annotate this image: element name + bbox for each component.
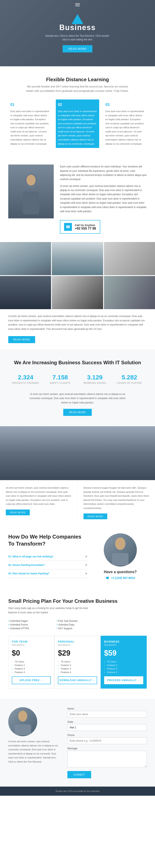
- message-label: Message: [67, 747, 147, 750]
- article-left: Ut enim ad minim veniam, quis nostrud ex…: [0, 480, 78, 525]
- plan1-feature1: 75 Users: [12, 660, 51, 663]
- cta-label: Call Us Anytime: [75, 224, 96, 227]
- articles-section: Ut enim ad minim veniam, quis nostrud ex…: [0, 480, 155, 525]
- help-right: Have a questions? ☎ +1 (234) 567-8910: [94, 533, 147, 580]
- message-textarea[interactable]: [67, 751, 147, 767]
- faq-question-1[interactable]: 01. What is off-page seo link building? …: [8, 555, 88, 558]
- col2-number: 02: [58, 101, 97, 108]
- help-phone: ☎ +1 (234) 567-8910: [104, 576, 137, 580]
- name-group: Name: [67, 707, 147, 718]
- help-left: How Do We Help Companies To Transform? 0…: [8, 533, 88, 580]
- svg-rect-6: [14, 724, 31, 735]
- svg-point-2: [27, 175, 36, 185]
- name-label: Name: [67, 707, 147, 710]
- stat4-number: 5.282: [112, 374, 147, 381]
- gallery-item-5: [52, 276, 103, 309]
- feature-item: 24/7 Support: [56, 627, 99, 630]
- help-title: How Do We Help Companies To Transform?: [8, 533, 88, 548]
- plan1-button[interactable]: Upload Free →: [12, 676, 51, 684]
- plan1-price: $0: [12, 649, 51, 657]
- questions-title: Have a questions?: [104, 570, 137, 574]
- stat1-label: PROJECTS FINISHED: [8, 382, 43, 384]
- pricing-features-row: Unlimited Pages Unlimited Forms Unlimite…: [8, 620, 147, 631]
- plan2-features: 75 Users Feature 2 Feature 3 Feature 4: [58, 660, 97, 674]
- plan2-name: Personal: [58, 640, 97, 643]
- state-group: State Mail 1 Mail 2 Mail 3: [67, 720, 147, 731]
- help-person-photo: [104, 533, 137, 566]
- plan1-feature2: Feature 2: [12, 664, 51, 666]
- stat4-label: COURS OF COFFEE: [112, 382, 147, 384]
- feature-item: Unlimited Data: [56, 623, 99, 626]
- plan3-button[interactable]: Proceed Annually →: [104, 676, 143, 684]
- big-image-section: [0, 426, 155, 480]
- faq2-chevron: ▼: [85, 563, 88, 567]
- stat-coffee: 5.282 COURS OF COFFEE: [112, 372, 147, 386]
- plan1-feature4: Feature 4: [12, 671, 51, 674]
- learning-title: Flexible Distance Learning: [8, 77, 147, 83]
- pricing-card-business: Business PER MONTH $59 75 Users Feature …: [101, 636, 147, 688]
- stat2-number: 7.158: [43, 374, 78, 381]
- pricing-card-personal: Personal PER MONTH $29 75 Users Feature …: [54, 636, 101, 688]
- stat2-label: HAPPY CLIENTS: [43, 382, 78, 384]
- plan3-feature4: Feature 4: [104, 671, 143, 674]
- plan2-feature1: 75 Users: [58, 660, 97, 663]
- have-questions-block: Have a questions? ☎ +1 (234) 567-8910: [104, 570, 137, 580]
- pricing-card-team: For Team PER MONTH $0 75 Users Feature 2…: [8, 636, 54, 688]
- hero-cta-button[interactable]: READ MORE: [63, 45, 92, 53]
- stats-section: We Are Increasing Business Success With …: [0, 349, 155, 426]
- col1-text: Duis aute irure dolor in reprehenderit i…: [10, 110, 50, 146]
- learning-col-1: 01 Duis aute irure dolor in reprehenderi…: [8, 99, 52, 148]
- article-right-text: Aenean euismod augue feugiat nisl laed a…: [83, 486, 149, 510]
- about-para2: Ut enim ad minim veniam, quis nostrud ex…: [60, 184, 147, 214]
- cta-phone-text: Call Us Anytime +92 555 77 88: [75, 224, 96, 230]
- cta-phone-number: +92 555 77 88: [75, 227, 96, 230]
- state-label: State: [67, 720, 147, 723]
- faq-item-1: 01. What is off-page seo link building? …: [8, 552, 88, 561]
- gallery-item-1: [0, 242, 51, 275]
- faq-question-3[interactable]: 03. Plan Ahead for Home Painting? ▼: [8, 572, 88, 575]
- plan3-feature3: Feature 3: [104, 668, 143, 670]
- feature-item: Unlimited Forms: [8, 623, 50, 626]
- about-person-image: [8, 164, 54, 218]
- col3-text: Duis aute irure dolor in reprehenderit i…: [105, 110, 145, 146]
- article-right-read-more[interactable]: READ MORE: [83, 514, 108, 519]
- plan2-feature3: Feature 3: [58, 668, 97, 670]
- faq3-chevron: ▼: [85, 572, 88, 575]
- pricing-section: Small Pricing Plan For Your Creative Bus…: [0, 588, 155, 699]
- article-left-read-more[interactable]: READ MORE: [6, 509, 30, 515]
- pricing-title: Small Pricing Plan For Your Creative Bus…: [8, 598, 147, 604]
- phone-input[interactable]: [67, 738, 147, 744]
- name-input[interactable]: [67, 711, 147, 718]
- hamburger-menu[interactable]: [75, 3, 80, 6]
- svg-rect-4: [112, 553, 128, 565]
- contact-left: Ut enim ad minim veniam, quis nostrud ex…: [8, 707, 61, 778]
- state-select[interactable]: Mail 1 Mail 2 Mail 3: [67, 724, 147, 731]
- gallery-caption: Ut enim ad minim veniam, quis nostrud ex…: [0, 310, 155, 333]
- faq3-text: 03. Plan Ahead for Home Painting?: [8, 572, 49, 575]
- faq-question-2[interactable]: 02. House Painting Essentials? ▼: [8, 563, 88, 567]
- faq1-chevron: ▼: [85, 555, 88, 558]
- plan1-name: For Team: [12, 640, 51, 643]
- faq1-text: 01. What is off-page seo link building?: [8, 555, 53, 558]
- stat1-number: 2.324: [8, 374, 43, 381]
- plan2-price: $29: [58, 649, 97, 657]
- stats-read-more-button[interactable]: READ MORE: [63, 409, 92, 416]
- gallery-read-more-button[interactable]: READ MORE: [8, 336, 35, 343]
- big-image-overlay: [0, 426, 155, 480]
- article-left-text: Ut enim ad minim veniam, quis nostrud ex…: [6, 486, 72, 506]
- pricing-intro: Start using static.app as a hosting for …: [8, 606, 91, 615]
- hero-tagline: Sample text. Click to select the Text El…: [44, 34, 111, 41]
- plan3-name: Business: [104, 640, 143, 643]
- submit-button[interactable]: SUBMIT: [67, 771, 91, 778]
- pricing-features-col3: [105, 620, 147, 631]
- plan2-button[interactable]: Download Annually →: [58, 676, 97, 684]
- plan2-feature4: Feature 4: [58, 671, 97, 674]
- stat3-label: WORKING HOURS: [77, 382, 112, 384]
- gallery-item-4: [0, 276, 51, 309]
- footer: Simple site CSS accessible by hot Unlock…: [0, 786, 155, 796]
- plan2-per-month: PER MONTH: [58, 644, 97, 646]
- phone-icon-small: ☎: [106, 576, 109, 580]
- faq-item-3: 03. Plan Ahead for Home Painting? ▼: [8, 569, 88, 578]
- about-para1: Each color austen different emotions for…: [60, 164, 147, 182]
- pricing-features-col2: Free Sub-Domain Unlimited Data 24/7 Supp…: [56, 620, 99, 631]
